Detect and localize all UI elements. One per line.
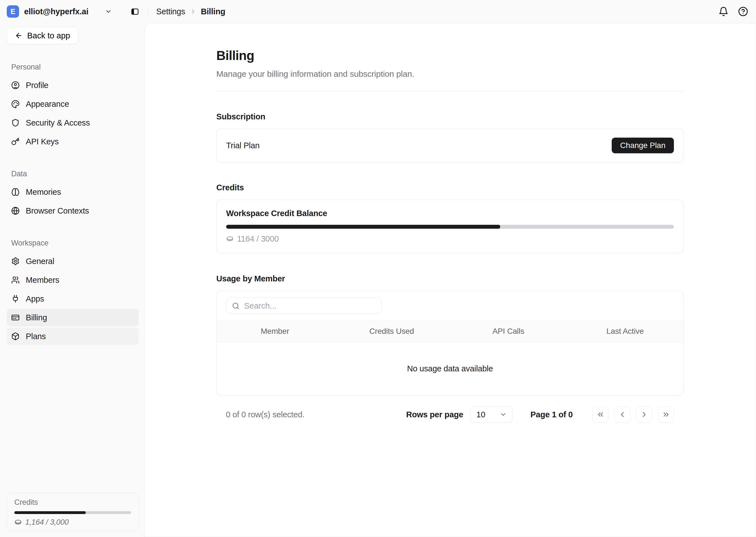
sidebar-item-label: General <box>26 257 54 266</box>
next-page-button[interactable] <box>636 406 652 423</box>
breadcrumb: Settings Billing <box>156 7 225 16</box>
breadcrumb-current: Billing <box>201 7 225 16</box>
credits-progress-bar <box>14 511 131 514</box>
sidebar-item-apps[interactable]: Apps <box>7 290 139 308</box>
usage-table-card: Member Credits Used API Calls Last Activ… <box>216 291 684 395</box>
sidebar-item-label: Appearance <box>26 100 69 109</box>
sidebar-item-label: Memories <box>26 187 61 197</box>
back-to-app-label: Back to app <box>27 31 70 40</box>
sidebar-item-browser-contexts[interactable]: Browser Contexts <box>7 202 139 220</box>
chevron-left-icon <box>618 410 626 419</box>
sidebar-item-security-access[interactable]: Security & Access <box>7 114 139 132</box>
sidebar-item-billing[interactable]: Billing <box>7 309 139 326</box>
chevrons-left-icon <box>596 410 605 419</box>
credits-amount: 1,164 / 3,000 <box>25 518 69 527</box>
plan-name: Trial Plan <box>226 141 259 150</box>
member-search <box>226 298 382 314</box>
search-input[interactable] <box>244 301 376 310</box>
sidebar-item-appearance[interactable]: Appearance <box>7 95 139 113</box>
settings-sidebar: Back to app Personal Profile Appearance … <box>0 23 144 537</box>
package-icon <box>11 332 20 341</box>
previous-page-button[interactable] <box>614 406 630 423</box>
sidebar-item-label: Security & Access <box>26 118 90 128</box>
topbar-divider <box>148 7 148 16</box>
section-label-personal: Personal <box>7 63 139 71</box>
chevron-down-icon <box>500 411 507 418</box>
sidebar-item-general[interactable]: General <box>7 253 139 270</box>
plug-icon <box>11 295 20 303</box>
sidebar-item-label: Browser Contexts <box>26 206 89 216</box>
credit-card-icon <box>11 313 20 322</box>
sidebar-item-plans[interactable]: Plans <box>7 328 139 345</box>
sidebar-item-label: Profile <box>26 81 49 90</box>
section-label-workspace: Workspace <box>7 239 139 247</box>
rows-selected-text: 0 of 0 row(s) selected. <box>226 410 304 419</box>
sidebar-item-label: API Keys <box>26 137 59 146</box>
rows-per-page-value: 10 <box>476 410 485 419</box>
subscription-heading: Subscription <box>216 112 684 121</box>
subscription-card: Trial Plan Change Plan <box>216 129 684 162</box>
bell-icon[interactable] <box>718 6 729 17</box>
coins-icon <box>226 235 234 243</box>
main-panel: Billing Manage your billing information … <box>144 23 756 537</box>
credits-heading: Credits <box>216 183 684 192</box>
change-plan-button[interactable]: Change Plan <box>612 138 674 153</box>
shield-icon <box>11 119 20 127</box>
help-icon[interactable] <box>738 6 748 17</box>
chevron-right-icon <box>190 8 196 15</box>
column-header-api-calls: API Calls <box>450 327 567 336</box>
breadcrumb-settings[interactable]: Settings <box>156 7 185 16</box>
coins-icon <box>14 518 22 526</box>
first-page-button[interactable] <box>592 406 609 423</box>
chevrons-right-icon <box>662 410 670 419</box>
credits-card: Workspace Credit Balance 1164 / 3000 <box>216 199 684 253</box>
sidebar-item-memories[interactable]: Memories <box>7 183 139 201</box>
section-label-data: Data <box>7 170 139 178</box>
page-title: Billing <box>216 48 684 63</box>
sidebar-credits-card: Credits 1,164 / 3,000 <box>7 493 139 531</box>
sidebar-item-api-keys[interactable]: API Keys <box>7 133 139 150</box>
sidebar-nav: Personal Profile Appearance Security & A… <box>7 63 139 347</box>
brain-icon <box>11 188 20 196</box>
pagination-bar: 0 of 0 row(s) selected. Rows per page 10… <box>216 406 684 423</box>
rows-per-page-label: Rows per page <box>406 410 463 419</box>
sidebar-item-profile[interactable]: Profile <box>7 76 139 94</box>
chevron-right-icon <box>640 410 648 419</box>
usage-heading: Usage by Member <box>216 274 684 283</box>
globe-icon <box>11 207 20 215</box>
column-header-member: Member <box>217 327 334 336</box>
account-email[interactable]: elliot@hyperfx.ai <box>24 7 89 16</box>
avatar[interactable]: E <box>7 5 19 18</box>
credit-progress-bar <box>226 225 674 229</box>
sidebar-item-label: Plans <box>26 332 46 341</box>
key-icon <box>11 137 20 146</box>
sidebar-item-label: Billing <box>26 313 47 322</box>
search-icon <box>232 302 240 310</box>
arrow-left-icon <box>15 32 23 40</box>
credit-amount-value: 1164 / 3000 <box>237 234 279 244</box>
credits-label: Credits <box>14 498 131 507</box>
users-icon <box>11 276 20 284</box>
credit-balance-title: Workspace Credit Balance <box>226 209 674 218</box>
chevron-down-icon[interactable] <box>105 8 112 15</box>
topbar: E elliot@hyperfx.ai Settings Billing <box>0 0 756 23</box>
table-header-row: Member Credits Used API Calls Last Activ… <box>217 321 683 342</box>
sidebar-item-label: Apps <box>26 294 44 304</box>
sidebar-item-label: Members <box>26 275 59 285</box>
user-circle-icon <box>11 81 20 89</box>
page-info: Page 1 of 0 <box>531 410 573 419</box>
page-subtitle: Manage your billing information and subs… <box>216 69 684 79</box>
back-to-app-button[interactable]: Back to app <box>7 27 78 44</box>
sidebar-toggle-icon[interactable] <box>131 7 139 16</box>
palette-icon <box>11 100 20 108</box>
sidebar-item-members[interactable]: Members <box>7 271 139 289</box>
column-header-last-active: Last Active <box>567 327 684 336</box>
rows-per-page-select[interactable]: 10 <box>470 406 512 423</box>
divider <box>216 91 684 91</box>
column-header-credits-used: Credits Used <box>334 327 450 336</box>
gear-icon <box>11 257 20 266</box>
table-empty-state: No usage data available <box>217 342 683 395</box>
last-page-button[interactable] <box>658 406 674 423</box>
